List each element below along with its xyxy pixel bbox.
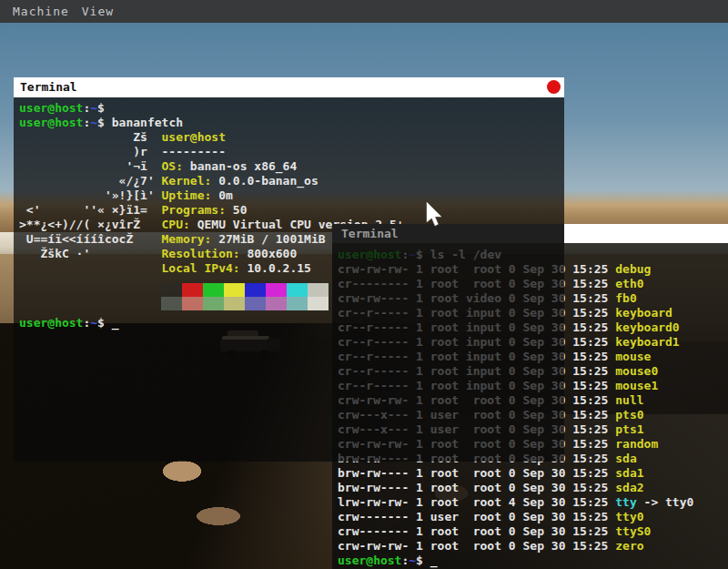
terminal1-titlebar[interactable]: Terminal xyxy=(14,77,564,97)
palette-swatch-bottom xyxy=(203,297,224,310)
palette-swatch-top xyxy=(287,283,308,297)
ls-row-name: keyboard0 xyxy=(615,320,679,334)
ls-row: lrw-rw-rw- 1 root root 4 Sep 30 15:25 tt… xyxy=(338,495,728,510)
ls-row: brw-rw---- 1 root root 0 Sep 30 15:25 sd… xyxy=(338,466,728,481)
fetch-ascii-art: U==íï<<íííîcocŽ xyxy=(19,232,162,246)
ls-row-name: ttyS0 xyxy=(615,524,651,538)
fetch-label: Programs: xyxy=(162,203,233,217)
fetch-ascii-art: '»!}[ì' xyxy=(19,188,162,202)
prompt-dollar: $ xyxy=(97,316,112,330)
ls-row-name: mouse1 xyxy=(615,379,658,392)
fetch-value: --------- xyxy=(162,145,226,158)
terminal1-cursor: _ xyxy=(112,316,119,330)
menu-item-view[interactable]: View xyxy=(82,5,114,18)
palette-swatch-bottom xyxy=(266,297,287,310)
fetch-value: 50 xyxy=(233,203,248,217)
terminal1-prompt-line: user@host:~$ xyxy=(19,101,564,116)
fetch-line: «/¿7' Kernel: 0.0.0-banan_os xyxy=(19,174,564,188)
palette-swatch-top xyxy=(266,283,287,297)
fetch-ascii-art xyxy=(19,261,162,275)
close-button-icon[interactable] xyxy=(547,80,561,94)
ls-row: brw-rw---- 1 root root 0 Sep 30 15:25 sd… xyxy=(338,481,728,495)
palette-row xyxy=(161,283,329,297)
menu-item-machine[interactable]: Machine xyxy=(13,5,69,18)
terminal2-titlebar[interactable]: Terminal xyxy=(332,224,728,243)
ls-row-name: sda2 xyxy=(615,481,643,494)
vm-screen: MachineView user@host:~$ ls -l /devcrw-r… xyxy=(0,0,728,569)
ls-row-meta: brw-rw---- 1 root root 0 Sep 30 15:25 xyxy=(338,466,615,480)
fetch-label: Resolution: xyxy=(162,247,248,260)
ls-row-name: mouse xyxy=(615,350,651,363)
palette-swatch-bottom xyxy=(308,297,329,310)
fetch-label: Kernel: xyxy=(162,174,219,188)
fetch-line: Local IPv4: 10.0.2.15 xyxy=(19,261,564,276)
fetch-value: 0.0.0-banan_os xyxy=(218,174,318,188)
palette-swatch-top xyxy=(308,283,329,297)
fetch-ascii-art: '¬ï xyxy=(19,159,162,173)
ls-row-meta: lrw-rw-rw- 1 root root 4 Sep 30 15:25 xyxy=(338,495,615,509)
palette-swatch-bottom xyxy=(287,297,308,310)
fetch-line: <' ''« ×}ï1= Programs: 50 xyxy=(19,203,564,218)
fetch-line: '¬ï OS: banan-os x86_64 xyxy=(19,159,564,174)
prompt-dollar: $ xyxy=(416,554,430,567)
terminal2-titlebar-blank xyxy=(564,224,728,243)
spacer xyxy=(19,276,564,283)
ls-row-name: random xyxy=(615,437,658,451)
palette-swatch-bottom xyxy=(182,297,203,310)
fetch-ascii-art: >**¿<+)//( ×¿vîrŽ xyxy=(19,218,162,231)
terminal1-prompt-line: user@host:~$ _ xyxy=(19,316,564,330)
terminal1-title: Terminal xyxy=(20,80,77,94)
palette-swatch-top xyxy=(224,283,245,297)
fetch-ascii-art: ŽškC ·' xyxy=(19,247,162,260)
terminal1-window: Terminal user@host:~$ user@host:~$ banan… xyxy=(14,77,564,462)
fetch-ascii-art: «/¿7' xyxy=(19,174,162,188)
prompt-path: ~ xyxy=(90,116,97,129)
menu-bar: MachineView xyxy=(0,0,728,23)
ls-row-name: fb0 xyxy=(615,291,636,305)
palette-swatch-bottom xyxy=(161,297,182,310)
terminal2-title: Terminal xyxy=(332,224,564,243)
fetch-line: ŽškC ·' Resolution: 800x600 xyxy=(19,247,564,261)
terminal1-command-line: user@host:~$ bananfetch xyxy=(19,116,564,130)
prompt-user: user@host xyxy=(19,316,83,330)
terminal1-command: bananfetch xyxy=(112,116,183,129)
ls-row: crw------- 1 root root 0 Sep 30 15:25 tt… xyxy=(338,524,728,539)
ls-row-name: zero xyxy=(615,539,643,553)
prompt-dollar: $ xyxy=(97,101,112,115)
palette-swatch-top xyxy=(161,283,182,297)
fetch-value: 0m xyxy=(218,188,233,202)
ls-row-name: sda xyxy=(615,452,636,465)
fetch-line: '»!}[ì' Uptime: 0m xyxy=(19,188,564,203)
fetch-ascii-art: Zš xyxy=(19,130,162,144)
ls-row-name: null xyxy=(615,393,643,407)
fetch-line: )r --------- xyxy=(19,145,564,159)
ls-row-meta: crw-rw-rw- 1 root root 0 Sep 30 15:25 xyxy=(338,539,615,553)
fetch-line: Zš user@host xyxy=(19,130,564,145)
terminal1-content[interactable]: user@host:~$ user@host:~$ bananfetch Zš … xyxy=(14,97,564,462)
color-palette xyxy=(161,283,329,310)
fetch-ascii-art: <' ''« ×}ï1= xyxy=(19,203,162,217)
ls-row-name: pts0 xyxy=(615,408,643,422)
ls-row-meta: brw-rw---- 1 root root 0 Sep 30 15:25 xyxy=(338,481,615,494)
palette-swatch-bottom xyxy=(224,297,245,310)
ls-row: crw-rw-rw- 1 root root 0 Sep 30 15:25 ze… xyxy=(338,539,728,554)
prompt-user: user@host xyxy=(338,554,401,567)
ls-row-name: keyboard xyxy=(615,306,672,320)
prompt-path: ~ xyxy=(90,316,97,330)
fetch-label: Uptime: xyxy=(162,188,219,202)
fetch-label: Memory: xyxy=(162,232,219,246)
fetch-ascii-art: )r xyxy=(19,145,162,158)
prompt-path: ~ xyxy=(90,101,97,115)
ls-row-name: eth0 xyxy=(615,277,643,290)
fetch-label: OS: xyxy=(162,159,190,173)
palette-swatch-top xyxy=(182,283,203,297)
palette-swatch-bottom xyxy=(245,297,266,310)
ls-row-name: tty xyxy=(615,495,636,509)
fetch-value: 800x600 xyxy=(247,247,297,260)
palette-swatch-top xyxy=(245,283,266,297)
fetch-value: 27MiB / 1001MiB xyxy=(218,232,325,246)
ls-row-name: tty0 xyxy=(615,510,643,523)
fetch-value: 10.0.2.15 xyxy=(247,261,310,275)
ls-row-name: keyboard1 xyxy=(615,335,679,349)
terminal2-cursor: _ xyxy=(430,554,438,567)
